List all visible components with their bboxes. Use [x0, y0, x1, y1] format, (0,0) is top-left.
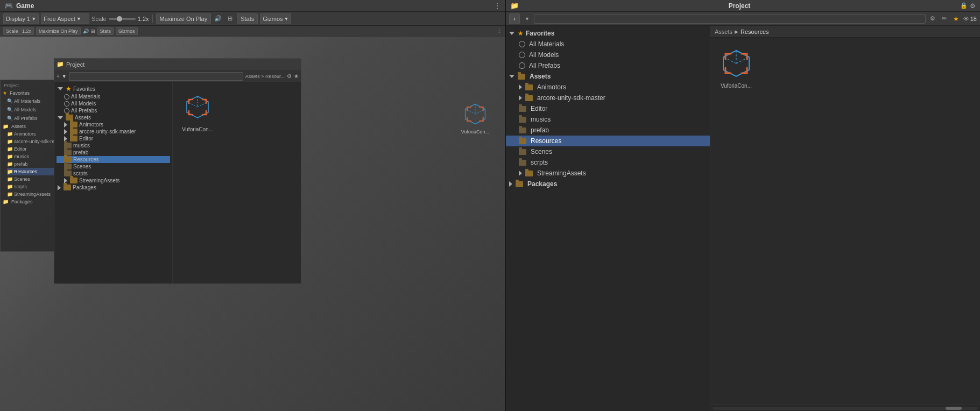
nested-maximize-mini: Maximize On Play	[36, 27, 81, 35]
search-input[interactable]	[534, 14, 925, 24]
game-panel-title: Game	[16, 2, 34, 10]
title-icons: 🔒 ⚙	[960, 2, 976, 10]
inner-vuforia-label: VuforiaCon...	[182, 126, 213, 132]
inner-vuforia-item[interactable]: VuforiaCon...	[178, 88, 217, 134]
scale-thumb[interactable]	[117, 16, 122, 22]
star-filter-icon: ★	[953, 15, 959, 23]
inner-editor[interactable]: Editor	[57, 135, 170, 142]
resources-item[interactable]: Resources	[506, 136, 710, 146]
inner-project-title: Project	[66, 61, 84, 68]
inner-animotors[interactable]: Animotors	[57, 121, 170, 128]
inner-favorites-item[interactable]: ★ Favorites	[57, 84, 170, 93]
inner-prefab[interactable]: prefab	[57, 149, 170, 156]
stats-button[interactable]: Stats	[237, 13, 258, 24]
project-title: Project	[729, 2, 751, 10]
nested-grid-icon: ⊞	[91, 29, 95, 34]
sound-button[interactable]: 🔊	[213, 14, 223, 24]
gizmos-arrow: ▼	[284, 16, 289, 22]
nested-scale-mini: Scale 1.2x	[3, 27, 34, 35]
filter-icon-btn[interactable]: ✏	[940, 14, 949, 24]
all-prefabs-item[interactable]: All Prefabs	[506, 60, 710, 71]
search-dot-icon-3	[519, 62, 525, 69]
display-label: Display 1	[6, 16, 30, 22]
assets-arrow	[509, 75, 514, 78]
inner-breadcrumb: Assets > Resour...	[245, 74, 285, 79]
grid-icon: ⊞	[228, 15, 232, 22]
inner-all-models[interactable]: All Models	[57, 100, 170, 107]
inner-packages[interactable]: Packages	[57, 184, 170, 191]
nested-gizmos-mini: Gizmos	[116, 27, 138, 35]
inner-add-btn[interactable]: +	[57, 73, 60, 79]
scale-slider[interactable]	[109, 18, 136, 20]
inner-search-input[interactable]	[69, 72, 243, 81]
editor-item[interactable]: Editor	[506, 103, 710, 114]
sound-icon: 🔊	[214, 15, 222, 22]
settings-icon[interactable]: ⚙	[970, 2, 976, 10]
animotors-item[interactable]: Animotors	[506, 82, 710, 93]
aspect-arrow: ▼	[76, 16, 81, 22]
inner-arcore[interactable]: arcore-unity-sdk-master	[57, 128, 170, 135]
inner-resources[interactable]: Resources	[57, 156, 170, 163]
eye-icon[interactable]: 👁	[963, 16, 969, 22]
nested-more-icon: ⋮	[496, 27, 502, 34]
aspect-dropdown[interactable]: Free Aspect ▼	[41, 13, 89, 24]
assets-group[interactable]: Assets	[506, 71, 710, 82]
bg-vuforia-label: VuforiaCon...	[461, 129, 489, 134]
display-dropdown[interactable]: Display 1 ▼	[3, 13, 39, 24]
inner-streaming[interactable]: StreamingAssets	[57, 177, 170, 184]
project-toolbar: + ▼ ⚙ ✏ ★ 👁 18	[506, 12, 980, 26]
scrpts-item[interactable]: scrpts	[506, 157, 710, 168]
game-panel: 🎮 Game ⋮ Display 1 ▼ Free Aspect ▼ Scale…	[0, 0, 506, 411]
scrollbar-thumb[interactable]	[946, 407, 962, 410]
prefab-item[interactable]: prefab	[506, 125, 710, 136]
inner-all-prefabs[interactable]: All Prefabs	[57, 107, 170, 114]
animotors-icon	[525, 84, 533, 90]
streaming-item[interactable]: StreamingAssets	[506, 168, 710, 179]
maximize-on-play-button[interactable]: Maximize On Play	[156, 13, 211, 24]
bg-vuforia-item: VuforiaCon...	[461, 101, 489, 134]
inner-folder-icon: 📁	[57, 61, 64, 68]
inner-musics[interactable]: musics	[57, 142, 170, 149]
more-icon[interactable]: ⋮	[493, 2, 501, 10]
inner-scrpts[interactable]: scrpts	[57, 170, 170, 177]
add-dropdown-button[interactable]: ▼	[522, 14, 532, 24]
gizmos-dropdown[interactable]: Gizmos ▼	[260, 13, 291, 24]
lock-icon[interactable]: 🔒	[960, 2, 968, 9]
packages-group[interactable]: Packages	[506, 179, 710, 189]
nested-stats-mini: Stats	[97, 27, 114, 35]
search-dot-icon-2	[519, 52, 525, 58]
grid-button[interactable]: ⊞	[225, 14, 235, 24]
badge: 18	[970, 16, 977, 22]
vuforia-asset-label: VuforiaCon...	[721, 83, 752, 89]
all-materials-item[interactable]: All Materials	[506, 39, 710, 49]
content-scrollbar[interactable]	[710, 405, 980, 411]
inner-assets-item[interactable]: Assets	[57, 114, 170, 121]
musics-item[interactable]: musics	[506, 114, 710, 125]
view-options: 👁 18	[963, 16, 977, 22]
inner-icon2[interactable]: ★	[294, 73, 299, 79]
inner-icon1[interactable]: ⚙	[287, 73, 292, 79]
inner-scenes[interactable]: Scenes	[57, 163, 170, 170]
inner-panel-body: ★ Favorites All Materials All Models	[54, 82, 301, 284]
inner-add-arrow[interactable]: ▼	[62, 74, 67, 79]
asset-store-icon[interactable]: ⚙	[928, 14, 937, 24]
prefab-icon	[519, 127, 526, 133]
arcore-item[interactable]: arcore-unity-sdk-master	[506, 93, 710, 103]
breadcrumb-arrow: ▶	[735, 29, 738, 34]
assets-folder-icon	[518, 74, 525, 80]
scrollbar-track[interactable]	[713, 407, 978, 410]
inner-project-panel: 📁 Project + ▼ Assets > Resour... ⚙ ★	[54, 58, 301, 284]
editor-icon	[519, 106, 526, 112]
inner-all-materials[interactable]: All Materials	[57, 93, 170, 100]
add-arrow-icon: ▼	[525, 16, 530, 22]
scale-label: Scale	[91, 16, 107, 22]
favorite-icon-btn[interactable]: ★	[951, 14, 961, 24]
scenes-item[interactable]: Scenes	[506, 146, 710, 157]
vuforia-asset-item[interactable]: VuforiaCon...	[717, 44, 756, 91]
favorites-group[interactable]: ★ Favorites	[506, 28, 710, 39]
content-items-area: VuforiaCon...	[710, 38, 980, 405]
game-background: Scale 1.2x Maximize On Play 🔊 ⊞ Stats Gi…	[0, 26, 505, 411]
add-button[interactable]: +	[509, 13, 520, 24]
all-models-item[interactable]: All Models	[506, 49, 710, 60]
game-icon: 🎮	[4, 2, 13, 10]
